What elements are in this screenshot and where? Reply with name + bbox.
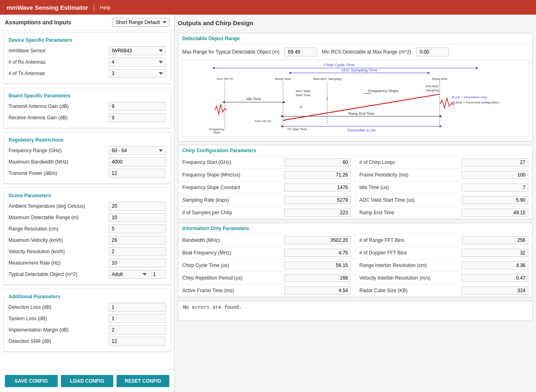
sampling-rate-label: Sampling Rate (ksps) xyxy=(182,197,281,203)
regulatory-header: Regulatory Restrictions xyxy=(4,134,171,144)
freq-range-row: Frequency Range (GHz) 60 - 64 76 - 81 57… xyxy=(9,146,166,155)
tx-antennas-row: # of Tx Antennas 3 2 1 xyxy=(9,69,166,78)
svg-marker-28 xyxy=(281,115,283,118)
reset-config-button[interactable]: RESET CONFIG xyxy=(117,375,169,387)
max-vel-label: Maximum Velocity (km/h) xyxy=(9,237,109,243)
freq-start-cell: Frequency Start (GHz) xyxy=(178,156,355,169)
svg-marker-23 xyxy=(283,101,285,103)
rx-antennas-select[interactable]: 4 2 1 xyxy=(109,58,166,67)
radar-cube-value xyxy=(462,286,528,295)
radar-cube-cell: Radar Cube Size (KB) xyxy=(355,284,532,297)
min-rcs-output xyxy=(416,47,449,56)
range-fft-value xyxy=(462,236,528,244)
scene-content: Ambient Temperature (deg Celcius) Maximu… xyxy=(4,200,171,285)
tx-power-input[interactable] xyxy=(109,169,166,178)
impl-margin-row: Implementation Margin (dB) xyxy=(9,325,166,334)
detectable-obj-label: Typical Detectable Object (m^2) xyxy=(9,271,107,277)
tx-gain-row: Transmit Antenna Gain (dB) xyxy=(9,102,166,111)
adc-valid-start-value xyxy=(462,196,528,204)
svg-text:Transmitter is ON: Transmitter is ON xyxy=(347,128,375,132)
additional-content: Detection Loss (dB) System Loss (dB) Imp… xyxy=(4,301,171,352)
det-snr-input[interactable] xyxy=(109,337,166,346)
temp-input[interactable] xyxy=(109,202,166,211)
sys-loss-input[interactable] xyxy=(109,314,166,323)
rx-gain-row: Receive Antenna Gain (dB) xyxy=(9,113,166,122)
sys-loss-row: System Loss (dB) xyxy=(9,314,166,323)
chirp-cycle-time-label: Chirp Cycle Time (us) xyxy=(182,263,281,268)
vel-res-label: Velocity Resolution (km/h) xyxy=(9,249,109,254)
impl-margin-input[interactable] xyxy=(109,325,166,334)
det-snr-row: Detection SNR (dB) xyxy=(9,337,166,346)
detectable-obj-select[interactable]: Adult Child Car Bicycle Custom xyxy=(109,270,149,279)
help-link[interactable]: Help xyxy=(100,4,111,11)
ramp-end-time-label: Ramp End Time xyxy=(359,210,458,215)
save-config-button[interactable]: SAVE CONFIG xyxy=(5,375,58,387)
mmwave-sensor-select[interactable]: IWR6843 IWR1642 IWR1443 xyxy=(109,46,166,55)
max-bandwidth-label: Maximum Bandwidth (MHz) xyxy=(9,159,109,165)
svg-marker-39 xyxy=(440,125,442,127)
svg-text:Turn On TX: Turn On TX xyxy=(255,119,272,123)
vel-res-input[interactable] xyxy=(109,247,166,256)
svg-text:BLUE = Information only.: BLUE = Information only. xyxy=(452,95,487,99)
tx-gain-input[interactable] xyxy=(109,102,166,111)
svg-text:Ramp Start: Ramp Start xyxy=(275,77,292,81)
mmwave-sensor-label: mmWave Sensor xyxy=(9,48,109,54)
svg-text:Sampling: Sampling xyxy=(426,88,439,92)
temp-row: Ambient Temperature (deg Celcius) xyxy=(9,202,166,211)
impl-margin-label: Implementation Margin (dB) xyxy=(9,327,109,333)
regulatory-content: Frequency Range (GHz) 60 - 64 76 - 81 57… xyxy=(4,144,171,184)
chirp-loops-value xyxy=(462,158,528,166)
range-res-input[interactable] xyxy=(109,224,166,233)
det-loss-input[interactable] xyxy=(109,303,166,312)
active-frame-cell: Active Frame Time (ms) xyxy=(178,284,355,297)
right-panel: Outputs and Chirp Design Detectable Obje… xyxy=(175,15,536,392)
tx-antennas-select[interactable]: 3 2 1 xyxy=(109,69,166,78)
header-divider: | xyxy=(93,3,95,12)
preset-select[interactable]: Short Range Default Long Range Default C… xyxy=(112,18,169,27)
rx-gain-input[interactable] xyxy=(109,113,166,122)
adc-valid-start-cell: ADC Valid Start Time (us) xyxy=(355,194,532,207)
svg-text:ADC Valid: ADC Valid xyxy=(296,89,310,93)
load-config-button[interactable]: LOAD CONFIG xyxy=(61,375,114,387)
svg-text:Chirp Cycle Time: Chirp Cycle Time xyxy=(324,62,355,67)
board-specific-header: Board Specific Parameters xyxy=(4,90,171,100)
freq-range-select[interactable]: 60 - 64 76 - 81 57 - 64 xyxy=(109,146,166,155)
range-fft-cell: # of Range FFT Bins xyxy=(355,234,532,247)
idle-time-label: Idle Time (us) xyxy=(359,185,458,190)
samples-per-chirp-label: # of Samples per Chirp xyxy=(182,210,281,215)
device-specific-header: Device Specific Parameters xyxy=(4,34,171,45)
idle-time-value xyxy=(462,183,528,192)
regulatory-section: Regulatory Restrictions Frequency Range … xyxy=(3,132,171,184)
det-loss-row: Detection Loss (dB) xyxy=(9,303,166,312)
tx-antennas-label: # of Tx Antennas xyxy=(9,71,109,76)
radar-cube-label: Radar Cube Size (KB) xyxy=(359,288,458,293)
tx-power-row: Transmit Power (dBm) xyxy=(9,169,166,178)
max-vel-input[interactable] xyxy=(109,236,166,245)
svg-text:ADC Sampling Time: ADC Sampling Time xyxy=(341,68,377,72)
max-range-input[interactable] xyxy=(109,213,166,222)
min-rcs-label: Min RCS Detectable at Max Range (m^2) xyxy=(322,49,411,55)
max-bandwidth-input[interactable] xyxy=(109,157,166,166)
freq-start-label: Frequency Start (GHz) xyxy=(182,159,281,165)
scene-header: Scene Parameters xyxy=(4,190,171,200)
vel-interbin-value xyxy=(462,274,528,282)
detectable-obj-input[interactable] xyxy=(151,270,166,279)
active-frame-label: Active Frame Time (ms) xyxy=(182,288,281,293)
svg-text:0: 0 xyxy=(300,105,303,109)
det-loss-label: Detection Loss (dB) xyxy=(9,304,109,310)
info-only-header: Information Only Parameters xyxy=(178,223,532,234)
freq-slope-value xyxy=(284,171,351,179)
samples-per-chirp-cell: # of Samples per Chirp xyxy=(178,207,355,219)
left-panel-header: Assumptions and Inputs Short Range Defau… xyxy=(0,15,174,30)
range-res-label: Range Resolution (cm) xyxy=(9,226,109,232)
adc-valid-start-label: ADC Valid Start Time (us) xyxy=(359,197,458,203)
info-only-box: Information Only Parameters Bandwidth (M… xyxy=(178,223,533,297)
beat-freq-cell: Beat Frequency (MHz) xyxy=(178,247,355,259)
chirp-config-box: Chirp Configuration Parameters Frequency… xyxy=(178,145,533,220)
range-interbin-label: Range Interbin Resolution (cm) xyxy=(359,263,458,268)
sys-loss-label: System Loss (dB) xyxy=(9,316,109,321)
meas-rate-input[interactable] xyxy=(109,258,166,267)
max-vel-row: Maximum Velocity (km/h) xyxy=(9,236,166,245)
chirp-cycle-time-value xyxy=(284,261,351,269)
freq-slope-cell: Frequency Slope (MHz/us) xyxy=(178,169,355,181)
